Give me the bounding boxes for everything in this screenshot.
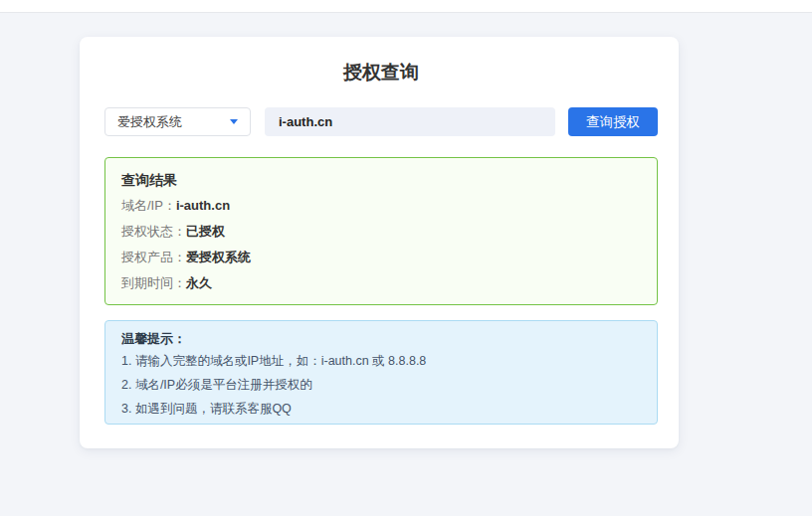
result-value: 爱授权系统	[186, 250, 251, 264]
result-value: 已授权	[186, 224, 225, 239]
tip-item: 2. 域名/IP必须是平台注册并授权的	[121, 378, 641, 393]
result-value: 永久	[186, 275, 212, 290]
result-label: 授权产品：	[121, 250, 186, 264]
result-heading: 查询结果	[121, 172, 641, 188]
result-label: 域名/IP：	[121, 198, 176, 213]
result-row-domain: 域名/IP：i-auth.cn	[121, 198, 641, 214]
query-card: 授权查询 爱授权系统 查询授权 查询结果 域名/IP：i-auth.cn 授权状…	[80, 37, 679, 448]
tip-item: 1. 请输入完整的域名或IP地址，如：i-auth.cn 或 8.8.8.8	[121, 354, 641, 369]
result-label: 授权状态：	[121, 224, 186, 239]
result-value: i-auth.cn	[176, 198, 230, 213]
query-form-row: 爱授权系统 查询授权	[104, 107, 658, 136]
tips-heading: 温馨提示：	[121, 331, 641, 346]
result-row-status: 授权状态：已授权	[121, 224, 641, 240]
query-result-box: 查询结果 域名/IP：i-auth.cn 授权状态：已授权 授权产品：爱授权系统…	[104, 157, 658, 305]
tips-box: 温馨提示： 1. 请输入完整的域名或IP地址，如：i-auth.cn 或 8.8…	[104, 320, 658, 425]
top-bar	[0, 0, 812, 13]
product-select-value: 爱授权系统	[117, 113, 182, 131]
product-select[interactable]: 爱授权系统	[104, 107, 251, 136]
query-auth-button[interactable]: 查询授权	[568, 107, 658, 136]
domain-input[interactable]	[265, 107, 555, 136]
tip-item: 3. 如遇到问题，请联系客服QQ	[121, 402, 641, 417]
chevron-down-icon	[230, 119, 238, 124]
page-title: 授权查询	[104, 62, 658, 83]
result-row-product: 授权产品：爱授权系统	[121, 250, 641, 265]
result-label: 到期时间：	[121, 275, 186, 290]
result-row-expiry: 到期时间：永久	[121, 275, 641, 291]
